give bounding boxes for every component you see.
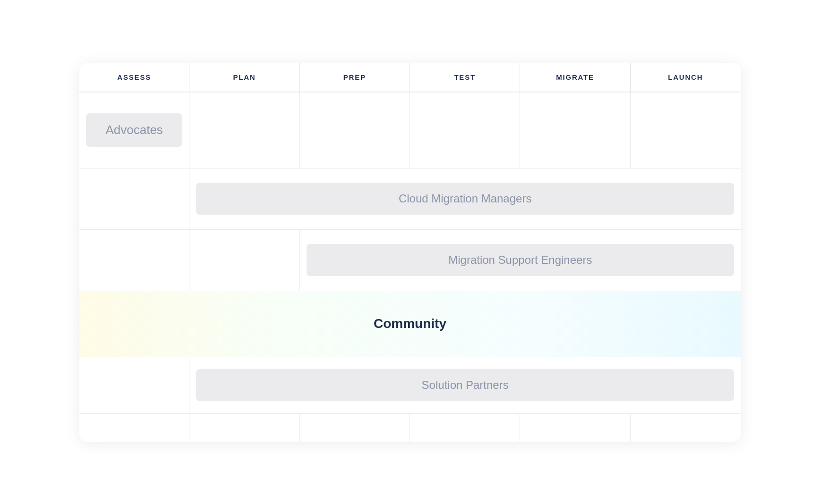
header-assess: ASSESS — [79, 63, 189, 92]
header-test: TEST — [410, 63, 520, 92]
empty-cell — [520, 92, 630, 168]
bottom-cell — [79, 414, 189, 442]
cmm-block-wrapper: Cloud Migration Managers — [189, 168, 741, 229]
advocates-row: Advocates — [79, 92, 741, 168]
empty-cell — [79, 357, 189, 413]
sp-block: Solution Partners — [196, 369, 734, 401]
advocates-label: Advocates — [105, 123, 162, 137]
cmm-label: Cloud Migration Managers — [399, 192, 531, 205]
community-label: Community — [374, 316, 446, 331]
header-launch: LAUNCH — [631, 63, 741, 92]
mse-block: Migration Support Engineers — [307, 244, 734, 276]
gantt-chart: ASSESS PLAN PREP TEST MIGRATE LAUNCH Adv… — [79, 63, 741, 442]
empty-cell — [410, 92, 520, 168]
header-prep: PREP — [300, 63, 410, 92]
sp-label: Solution Partners — [422, 378, 509, 392]
empty-cell — [189, 230, 299, 291]
empty-cell — [79, 168, 189, 229]
mse-block-wrapper: Migration Support Engineers — [300, 230, 741, 291]
header-plan: PLAN — [189, 63, 299, 92]
bottom-cell — [520, 414, 630, 442]
sp-row: Solution Partners — [79, 357, 741, 413]
bottom-cell — [300, 414, 410, 442]
bottom-cell — [189, 414, 299, 442]
sp-block-wrapper: Solution Partners — [189, 357, 741, 413]
bottom-cell — [410, 414, 520, 442]
header-migrate: MIGRATE — [520, 63, 630, 92]
header-row: ASSESS PLAN PREP TEST MIGRATE LAUNCH — [79, 63, 741, 92]
empty-cell — [300, 92, 410, 168]
bottom-cell — [631, 414, 741, 442]
mse-row: Migration Support Engineers — [79, 229, 741, 291]
cmm-block: Cloud Migration Managers — [196, 183, 734, 215]
community-block: Community — [79, 291, 741, 357]
community-block-wrapper: Community — [79, 291, 741, 357]
empty-cell — [79, 230, 189, 291]
bottom-row — [79, 413, 741, 442]
community-row: Community — [79, 291, 741, 357]
grid-body: Advocates Cloud Migration Managers — [79, 92, 741, 442]
cmm-row: Cloud Migration Managers — [79, 168, 741, 229]
empty-cell — [631, 92, 741, 168]
advocates-block: Advocates — [86, 113, 182, 147]
mse-label: Migration Support Engineers — [448, 253, 592, 267]
empty-cell — [189, 92, 299, 168]
